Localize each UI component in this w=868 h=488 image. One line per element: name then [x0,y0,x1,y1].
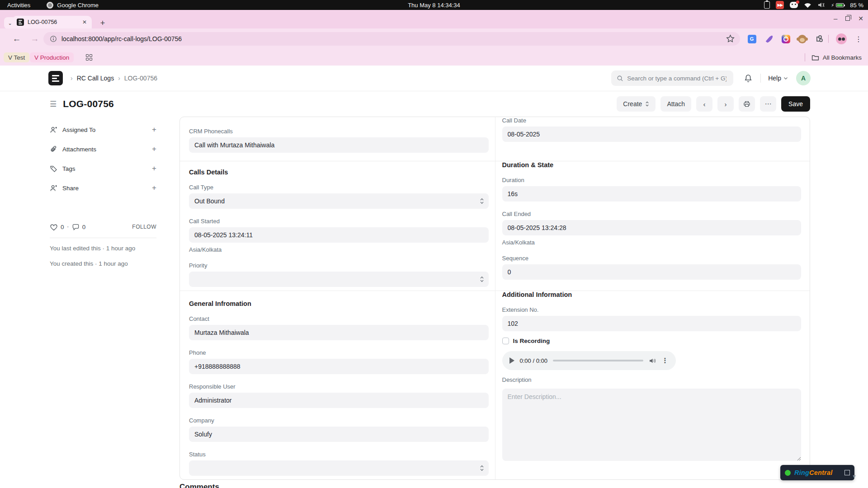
is-recording-checkbox[interactable] [502,338,509,344]
address-bar[interactable]: localhost:8000/app/rc-call-logs/LOG-0075… [43,32,740,46]
duration-input[interactable] [502,186,802,202]
description-textarea[interactable] [502,389,802,461]
paperclip-icon [50,145,57,153]
recorder-icon[interactable]: ▶▶ [776,1,784,9]
menu-button[interactable]: ⋯ [760,96,776,112]
monkey-extension-icon[interactable] [797,28,807,49]
follow-button[interactable]: FOLLOW [132,224,156,230]
browser-tab[interactable]: LOG-00756 ✕ [12,16,92,28]
focused-app-indicator[interactable]: Google Chrome [47,2,99,9]
sidebar-item-tags[interactable]: Tags + [50,163,156,174]
add-share-button[interactable]: + [152,183,156,192]
responsible-user-input[interactable] [189,393,489,408]
help-menu[interactable]: Help [768,75,788,82]
breadcrumb-log-00756[interactable]: LOG-00756 [124,75,157,82]
priority-select[interactable] [189,272,489,287]
window-minimize-button[interactable]: – [834,14,837,22]
add-tag-button[interactable]: + [152,164,156,173]
sequence-input[interactable] [502,264,802,280]
company-input[interactable] [189,427,489,442]
play-icon[interactable] [509,357,514,364]
app-logo[interactable] [48,71,63,85]
printer-icon [743,100,750,108]
system-top-bar: Activities Google Chrome Thu May 8 14:34… [0,0,868,10]
window-restore-button[interactable] [845,16,850,21]
phone-input[interactable] [189,359,489,374]
back-button[interactable]: ← [10,28,24,49]
sidebar-item-attachments[interactable]: Attachments + [50,144,156,155]
ringcentral-widget[interactable]: RingCentral [780,465,854,480]
company-label: Company [189,417,489,424]
apps-grid-icon[interactable] [86,54,93,61]
form-card: CRM Phonecalls Call Date Calls Details C… [179,117,810,480]
duration-label: Duration [502,177,802,184]
is-recording-row: Is Recording [502,337,802,345]
prev-record-button[interactable]: ‹ [696,96,712,112]
save-button[interactable]: Save [781,96,810,112]
call-type-select[interactable]: Out Bound [189,193,489,209]
call-date-input[interactable] [502,127,802,142]
player-menu-icon[interactable]: ⋮ [662,357,669,365]
comment-icon[interactable] [72,223,80,231]
site-info-icon[interactable] [50,35,57,42]
widget-minimize-icon[interactable] [844,470,850,475]
extension-no-input[interactable] [502,316,802,331]
bookmark-v-test[interactable]: V Test [4,52,29,62]
timezone-hint: Asia/Kolkata [189,246,489,253]
contact-input[interactable] [189,325,489,340]
volume-icon[interactable] [649,357,656,364]
translate-extension-icon[interactable]: G [747,28,756,49]
breadcrumb-rc-call-logs[interactable]: RC Call Logs [77,75,114,82]
page-title: LOG-00756 [63,99,114,109]
player-seek-slider[interactable] [553,360,643,361]
activities-button[interactable]: Activities [7,2,30,9]
sidebar-item-share[interactable]: Share + [50,183,156,193]
create-button[interactable]: Create [617,96,656,112]
duration-state-heading: Duration & State [502,161,802,169]
global-search[interactable] [611,70,733,86]
heart-icon[interactable] [50,223,58,231]
tab-close-icon[interactable]: ✕ [81,19,88,25]
ringcentral-logo: RingCentral [794,469,832,476]
bookmark-star-button[interactable] [726,34,735,43]
bookmarks-bar: V Test V Production All Bookmarks [0,49,868,66]
camera-extension-icon[interactable] [781,28,790,49]
forward-button[interactable]: → [28,28,42,49]
feather-extension-icon[interactable] [765,28,774,49]
bookmark-v-production[interactable]: V Production [30,52,74,62]
chevron-right-icon: › [118,75,120,82]
player-time: 0:00 / 0:00 [520,357,547,364]
crm-phonecalls-input[interactable] [189,137,489,153]
sidebar-toggle-icon[interactable]: ☰ [50,99,57,109]
system-tray[interactable]: ▶▶ ⚡ 85 % [764,0,863,10]
browser-menu-button[interactable]: ⋮ [854,28,863,49]
phone-label: Phone [189,349,489,357]
browser-profile-avatar[interactable] [835,28,847,49]
call-started-label: Call Started [189,218,489,225]
wifi-icon [804,2,811,8]
call-ended-input[interactable] [502,220,802,235]
scroll-down-arrow-icon[interactable]: ▼ [852,474,857,479]
comments-count: 0 [82,224,86,230]
search-input[interactable] [627,75,726,82]
add-attachment-button[interactable]: + [152,145,156,154]
star-icon [726,34,735,43]
notifications-button[interactable] [744,74,752,83]
sidebar-item-assigned-to[interactable]: Assigned To + [50,124,156,135]
window-close-button[interactable]: ✕ [858,15,863,22]
select-caret-icon [480,465,484,472]
new-tab-button[interactable]: + [97,18,108,28]
select-caret-icon [645,101,649,107]
user-avatar[interactable]: A [796,71,811,85]
volume-muted-icon [817,2,825,8]
attach-button[interactable]: Attach [660,96,691,112]
status-select[interactable] [189,460,489,476]
all-bookmarks-button[interactable]: All Bookmarks [805,52,862,62]
clipboard-icon[interactable] [764,1,770,9]
call-started-input[interactable] [189,227,489,243]
next-record-button[interactable]: › [717,96,734,112]
add-assignment-button[interactable]: + [152,125,156,134]
print-button[interactable] [739,96,755,112]
extensions-puzzle-icon[interactable] [814,28,823,49]
discord-icon[interactable] [790,2,798,8]
